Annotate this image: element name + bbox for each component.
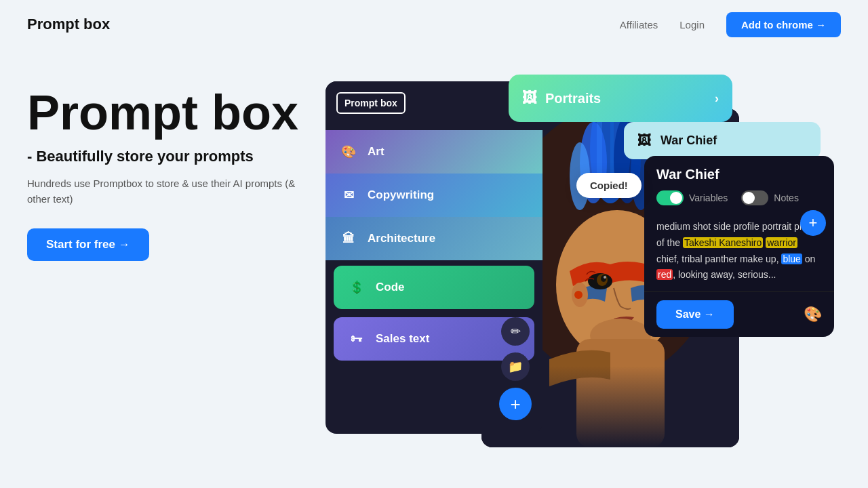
sales-icon: 🗝 (347, 329, 366, 348)
notes-toggle-group: Notes (741, 190, 799, 205)
prompt-text-mid2: chief, tribal panther make up, (656, 253, 781, 264)
navbar: Prompt box Affiliates Login Add to chrom… (0, 0, 868, 49)
prompt-text-end: , looking away, serious... (673, 269, 776, 280)
prompt-panel: Prompt box 🎨 Art ✉ Copywriting 🏛 Archite… (326, 81, 542, 434)
war-chief-item-label: War Chief (660, 134, 717, 148)
copied-tooltip: Copied! (576, 173, 642, 198)
hero-subtitle: Beautifully store your prompts (27, 148, 298, 165)
portraits-header: 🖼 Portraits › (509, 75, 732, 122)
category-sales-label: Sales text (376, 332, 429, 346)
portraits-chevron-icon: › (715, 92, 719, 106)
nav-login-link[interactable]: Login (679, 19, 705, 30)
architecture-icon: 🏛 (339, 229, 358, 248)
variables-toggle[interactable] (656, 190, 684, 205)
prompt-highlight-red: red (656, 269, 673, 280)
hero-title: Prompt box (27, 88, 298, 137)
war-chief-panel-footer: Save → 🎨 (644, 291, 834, 337)
svg-point-11 (604, 276, 606, 279)
save-button[interactable]: Save → (656, 300, 734, 329)
war-chief-panel-header: War Chief Variables Notes (644, 156, 834, 219)
category-item-architecture[interactable]: 🏛 Architecture (326, 217, 542, 260)
variables-toggle-group: Variables (656, 190, 728, 205)
code-icon: 💲 (347, 278, 366, 297)
prompt-highlight-name: Takeshi Kaneshiro (683, 237, 763, 248)
war-chief-item-icon: 🖼 (637, 133, 651, 148)
war-chief-toggles: Variables Notes (656, 190, 822, 205)
prompt-highlight-blue: blue (781, 253, 802, 264)
add-prompt-button[interactable]: + (499, 388, 532, 420)
edit-button[interactable]: ✏ (501, 317, 530, 346)
nav-affiliates-link[interactable]: Affiliates (620, 19, 658, 30)
category-art-label: Art (368, 145, 384, 159)
copywriting-icon: ✉ (339, 186, 358, 205)
war-chief-detail-panel: War Chief Variables Notes + medium shot … (644, 156, 834, 337)
hero-desc: Hundreds use Promptbox to store & use th… (27, 176, 298, 207)
notes-toggle[interactable] (741, 190, 768, 205)
war-chief-add-button[interactable]: + (800, 210, 826, 236)
add-to-chrome-button[interactable]: Add to chrome → (726, 12, 841, 37)
portraits-label: Portraits (545, 91, 601, 106)
prompt-highlight-warrior: warrior (766, 237, 797, 248)
palette-button[interactable]: 🎨 (804, 306, 822, 323)
notes-toggle-label: Notes (774, 192, 799, 203)
prompt-panel-logo: Prompt box (336, 92, 406, 114)
art-icon: 🎨 (339, 142, 358, 161)
nav-logo: Prompt box (27, 16, 110, 33)
category-item-copywriting[interactable]: ✉ Copywriting (326, 174, 542, 217)
portraits-panel[interactable]: 🖼 Portraits › (509, 75, 732, 122)
svg-point-15 (574, 291, 583, 299)
fab-area: ✏ 📁 + (499, 317, 532, 420)
variables-toggle-label: Variables (689, 192, 728, 203)
folder-button[interactable]: 📁 (501, 352, 530, 381)
portraits-icon: 🖼 (522, 89, 537, 107)
category-code-label: Code (376, 281, 405, 294)
hero-section: Prompt box Beautifully store your prompt… (0, 61, 326, 288)
nav-right: Affiliates Login Add to chrome → (620, 12, 841, 37)
category-item-art[interactable]: 🎨 Art (326, 130, 542, 174)
category-item-code[interactable]: 💲 Code (334, 266, 534, 309)
war-chief-list-item[interactable]: 🖼 War Chief (624, 122, 821, 159)
war-chief-panel-title: War Chief (656, 167, 822, 182)
start-for-free-button[interactable]: Start for free → (27, 228, 149, 261)
category-architecture-label: Architecture (368, 232, 435, 245)
illustration-area: Prompt box 🎨 Art ✉ Copywriting 🏛 Archite… (312, 54, 868, 474)
category-copywriting-label: Copywriting (368, 188, 434, 202)
prompt-text-mid3: on (802, 253, 815, 264)
